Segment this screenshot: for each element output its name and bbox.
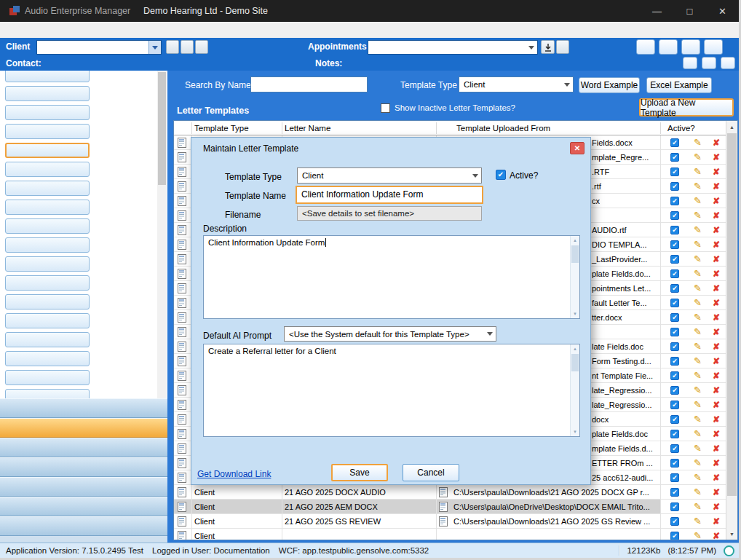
edit-icon[interactable]: ✎ [694, 135, 702, 150]
sidebar-scrollbar[interactable] [157, 71, 167, 398]
active-checkbox[interactable]: ✔ [670, 488, 679, 497]
sidebar-section-reports[interactable] [0, 516, 167, 536]
edit-icon[interactable]: ✎ [694, 223, 702, 237]
delete-icon[interactable]: ✘ [713, 325, 720, 339]
status-indicator-icon[interactable] [724, 545, 734, 556]
delete-icon[interactable]: ✘ [713, 267, 720, 281]
toolbar-mini-button[interactable] [195, 40, 208, 54]
search-input[interactable] [250, 76, 368, 92]
table-scrollbar[interactable]: ▲ ▼ [726, 121, 737, 540]
scroll-up-icon[interactable]: ▲ [726, 121, 737, 133]
edit-icon[interactable]: ✎ [694, 208, 702, 223]
menu-item-favourites[interactable] [55, 22, 68, 38]
scrollbar-thumb[interactable] [727, 133, 737, 496]
sidebar-item-membership-types[interactable] [5, 162, 90, 177]
sidebar-section-administration[interactable] [0, 418, 167, 438]
toolbar-mini-button[interactable] [181, 40, 194, 54]
sidebar-item-text-shortcuts[interactable] [5, 370, 90, 385]
edit-icon[interactable]: ✎ [694, 441, 702, 456]
header-active[interactable]: Active? [667, 121, 695, 135]
edit-icon[interactable]: ✎ [694, 237, 702, 252]
edit-icon[interactable]: ✎ [694, 296, 702, 310]
show-inactive-checkbox[interactable] [381, 103, 390, 113]
edit-icon[interactable]: ✎ [694, 485, 702, 500]
header-template-type[interactable]: Template Type [194, 121, 249, 135]
delete-icon[interactable]: ✘ [713, 427, 720, 441]
toolbar-button-uploads[interactable] [704, 39, 723, 55]
sidebar-item-referral-sources[interactable] [5, 275, 90, 291]
active-checkbox[interactable]: ✔ [670, 182, 679, 191]
delete-icon[interactable]: ✘ [713, 339, 720, 354]
delete-icon[interactable]: ✘ [713, 412, 720, 427]
description-textarea[interactable]: Client Information Update Form ▲ ▼ [203, 235, 580, 319]
appointments-combobox[interactable] [368, 40, 538, 55]
active-checkbox[interactable]: ✔ [670, 153, 679, 162]
active-checkbox[interactable]: ✔ [670, 284, 679, 293]
edit-icon[interactable]: ✎ [694, 383, 702, 398]
active-checkbox[interactable]: ✔ [670, 138, 679, 147]
edit-icon[interactable]: ✎ [694, 368, 702, 383]
edit-icon[interactable]: ✎ [694, 500, 702, 514]
sidebar-section-banking-daily-takings[interactable] [0, 457, 167, 477]
edit-icon[interactable]: ✎ [694, 150, 702, 165]
active-checkbox[interactable]: ✔ [670, 459, 679, 468]
ai-prompt-textarea[interactable]: Create a Referral letter for a Client ▲ … [203, 344, 580, 437]
edit-icon[interactable]: ✎ [694, 354, 702, 368]
active-checkbox[interactable]: ✔ [670, 240, 679, 249]
delete-icon[interactable]: ✘ [713, 135, 720, 150]
delete-icon[interactable]: ✘ [713, 208, 720, 223]
active-checkbox[interactable]: ✔ [670, 211, 679, 220]
sidebar-item-service-charges[interactable] [5, 313, 90, 328]
menu-item-wizard[interactable] [82, 22, 95, 38]
textarea-scrollbar[interactable]: ▲ ▼ [570, 344, 579, 436]
sidebar-item-upload-file-types[interactable] [5, 389, 90, 398]
sidebar-item-phone-types[interactable] [5, 237, 90, 253]
active-checkbox[interactable]: ✔ [670, 299, 679, 307]
dialog-template-type-combobox[interactable]: Client [297, 167, 482, 184]
scrollbar-thumb[interactable] [571, 354, 579, 371]
delete-icon[interactable]: ✘ [713, 150, 720, 165]
delete-icon[interactable]: ✘ [713, 310, 720, 325]
active-checkbox[interactable]: ✔ [670, 502, 679, 511]
delete-icon[interactable]: ✘ [713, 296, 720, 310]
save-button[interactable]: Save [331, 464, 388, 481]
sidebar-item-event-types[interactable] [5, 71, 90, 82]
edit-icon[interactable]: ✎ [694, 514, 702, 529]
toolbar-button-cash-sale[interactable] [721, 57, 735, 69]
scrollbar-thumb[interactable] [571, 245, 579, 263]
delete-icon[interactable]: ✘ [713, 441, 720, 456]
menu-item-recent-clients[interactable] [42, 22, 55, 38]
maximize-icon[interactable]: □ [673, 0, 706, 22]
delete-icon[interactable]: ✘ [713, 179, 720, 194]
table-row[interactable]: Client ✔ ✎ ✘ [174, 529, 727, 540]
delete-icon[interactable]: ✘ [713, 237, 720, 252]
ai-prompt-combobox[interactable]: <Use the System default for this Templat… [284, 326, 496, 342]
menu-item-application[interactable] [3, 22, 16, 38]
menu-item-accounting[interactable] [16, 22, 29, 38]
chevron-down-icon[interactable] [525, 41, 537, 54]
chevron-down-icon[interactable] [561, 77, 573, 92]
chevron-down-icon[interactable] [148, 41, 161, 54]
sidebar-item-subscription-types[interactable] [5, 351, 90, 366]
sidebar-item-occupations[interactable] [5, 181, 90, 196]
scroll-up-icon[interactable]: ▲ [571, 344, 579, 353]
edit-icon[interactable]: ✎ [694, 427, 702, 441]
delete-icon[interactable]: ✘ [713, 252, 720, 267]
toolbar-button-event[interactable] [636, 39, 655, 55]
menu-item-help[interactable] [95, 22, 108, 38]
chevron-down-icon[interactable] [469, 168, 481, 183]
delete-icon[interactable]: ✘ [713, 194, 720, 208]
scroll-down-icon[interactable]: ▼ [726, 528, 737, 540]
menu-item-options[interactable] [68, 22, 82, 38]
delete-icon[interactable]: ✘ [713, 383, 720, 398]
toolbar-button-reminders[interactable] [702, 57, 716, 69]
header-letter-name[interactable]: Letter Name [285, 121, 330, 135]
toolbar-button-letter[interactable] [659, 39, 678, 55]
edit-icon[interactable]: ✎ [694, 470, 702, 485]
edit-icon[interactable]: ✎ [694, 339, 702, 354]
scroll-up-icon[interactable]: ▲ [571, 236, 579, 245]
scroll-down-icon[interactable]: ▼ [571, 309, 579, 318]
active-checkbox[interactable]: ✔ [670, 167, 679, 176]
word-example-button[interactable]: Word Example [579, 77, 640, 93]
delete-icon[interactable]: ✘ [713, 529, 720, 540]
